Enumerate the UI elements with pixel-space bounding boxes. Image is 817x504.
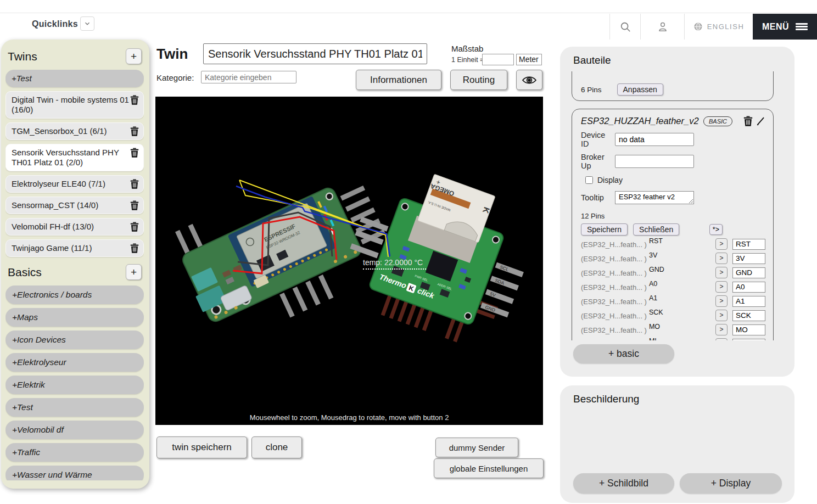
twin-list-item[interactable]: TGM_Sensorbox_01 (6/1): [5, 122, 144, 140]
massstab-unit-select[interactable]: Meter: [516, 54, 542, 65]
anpassen-button[interactable]: Anpassen: [617, 83, 663, 96]
trash-icon: [130, 222, 139, 232]
trash-icon: [130, 95, 139, 105]
bauteile-title: Bauteile: [573, 54, 611, 66]
component-card-esp32: ESP32_HUZZAH_feather_v2 BASIC Device ID …: [572, 109, 774, 340]
sidebar: Twins + +TestDigital Twin - mobile syste…: [1, 40, 149, 489]
display-checkbox-label: Display: [597, 176, 623, 184]
pin-value-input[interactable]: [732, 296, 765, 307]
visibility-button[interactable]: [516, 70, 542, 90]
twin-item-label: Sensormap_CST (14/0): [12, 200, 98, 210]
basics-list-item[interactable]: +Icon Devices: [5, 331, 144, 349]
pin-value-input[interactable]: [732, 282, 765, 293]
tooltip-textarea[interactable]: ESP32 feather v2: [615, 191, 694, 204]
delete-twin-button[interactable]: [130, 243, 139, 255]
pin-map-button[interactable]: >: [715, 238, 728, 250]
twins-section-title: Twins: [8, 50, 37, 63]
language-selector[interactable]: ENGLISH: [684, 14, 753, 40]
twin-list-item[interactable]: Sensormap_CST (14/0): [5, 197, 144, 214]
beschilderung-title: Beschilderung: [573, 393, 639, 405]
search-button[interactable]: [609, 14, 640, 40]
pin-value-input[interactable]: [732, 253, 765, 264]
basics-list-item[interactable]: +Test: [5, 398, 144, 417]
pin-mapping-row: (ESP32_H...feath... )SCK>: [581, 310, 765, 321]
basics-list-item[interactable]: +Maps: [5, 308, 144, 327]
trash-icon: [743, 116, 753, 126]
delete-twin-button[interactable]: [130, 179, 139, 191]
3d-scene: ESPRESSIF ESP32-WROOM-32: [155, 97, 543, 425]
trash-icon: [130, 148, 139, 158]
edit-component-button[interactable]: [756, 116, 765, 126]
speichern-button[interactable]: Speichern: [581, 223, 628, 236]
routing-button[interactable]: Routing: [450, 70, 507, 90]
delete-twin-button[interactable]: [130, 222, 139, 234]
twin-name-input[interactable]: [203, 43, 427, 64]
twin-category-item[interactable]: +Test: [5, 70, 144, 87]
pin-map-button[interactable]: >: [715, 338, 728, 340]
pin-map-button[interactable]: >: [715, 281, 728, 293]
basics-list-item[interactable]: +Elektrolyseur: [5, 353, 144, 372]
add-display-button[interactable]: + Display: [680, 473, 782, 494]
pin-value-input[interactable]: [732, 267, 765, 278]
schliessen-button[interactable]: Schließen: [633, 223, 679, 236]
twin-list-item[interactable]: Velomobil FH-df (13/0): [5, 218, 144, 236]
pin-mapping-row: (ESP32_H...feath... )3V>: [581, 253, 765, 264]
twin-save-button[interactable]: twin speichern: [156, 436, 247, 458]
pin-value-input[interactable]: [732, 310, 765, 321]
user-icon: [657, 21, 669, 33]
pin-map-button[interactable]: >: [715, 253, 728, 264]
site-header: Quicklinks ENGLISH MENÜ: [0, 14, 817, 40]
delete-twin-button[interactable]: [130, 126, 139, 138]
basics-list-item[interactable]: +Electronics / boards: [5, 285, 144, 304]
pin-map-button[interactable]: >: [715, 267, 728, 278]
bauteile-scroll-area[interactable]: 6 Pins Anpassen ESP32_HUZZAH_feather_v2 …: [569, 71, 786, 340]
map-all-pins-button[interactable]: *>: [709, 224, 723, 235]
pin-value-input[interactable]: [732, 324, 765, 335]
3d-viewer-canvas[interactable]: ESPRESSIF ESP32-WROOM-32: [155, 97, 543, 425]
pin-name-label: RST: [649, 237, 663, 245]
user-account-button[interactable]: [640, 14, 684, 40]
pin-mapping-row: (ESP32_H...feath... )GND>: [581, 267, 765, 278]
informationen-button[interactable]: Informationen: [356, 70, 441, 90]
massstab-prefix-label: 1 Einheit =: [451, 56, 484, 64]
basics-list-item[interactable]: +Traffic: [5, 443, 144, 462]
add-basic-button[interactable]: + basic: [573, 344, 674, 363]
twin-list-item[interactable]: Twinjago Game (11/1): [5, 239, 144, 257]
pin-map-button[interactable]: >: [715, 310, 728, 321]
broker-up-input[interactable]: [615, 155, 694, 168]
global-settings-button[interactable]: globale Einstellungen: [434, 458, 544, 478]
bauteile-panel: Bauteile 6 Pins Anpassen ESP32_HUZZAH_fe…: [560, 47, 794, 377]
pin-value-input[interactable]: [732, 339, 765, 341]
delete-twin-button[interactable]: [130, 95, 139, 107]
pin-source-label: (ESP32_H...feath... )SCK: [581, 311, 715, 321]
massstab-value-input[interactable]: [482, 54, 514, 65]
menu-button[interactable]: MENÜ: [753, 14, 817, 40]
add-schildbild-button[interactable]: + Schildbild: [573, 473, 674, 494]
add-basic-category-button[interactable]: +: [126, 264, 142, 280]
pin-map-button[interactable]: >: [715, 324, 728, 335]
clone-button[interactable]: clone: [251, 436, 302, 458]
chevron-down-icon: [83, 20, 91, 27]
device-id-input[interactable]: [615, 133, 694, 146]
twin-list-item[interactable]: Elektrolyseur ELE40 (7/1): [5, 175, 144, 193]
twin-list-item[interactable]: Sensorik Versuchsstand PHY TH01 Platz 01…: [5, 144, 144, 171]
pin-source-label: (ESP32_H...feath... )MO: [581, 325, 715, 335]
display-checkbox[interactable]: [585, 176, 593, 184]
add-twin-button[interactable]: +: [126, 48, 142, 64]
dummy-sender-button[interactable]: dummy Sender: [435, 438, 518, 457]
basics-list-item[interactable]: +Velomobil df: [5, 421, 144, 439]
kategorie-input[interactable]: [201, 71, 296, 83]
trash-icon: [130, 200, 139, 210]
twins-list: +TestDigital Twin - mobile systems 01 (1…: [5, 70, 144, 261]
twin-item-label: Elektrolyseur ELE40 (7/1): [12, 179, 105, 188]
twin-list-item[interactable]: Digital Twin - mobile systems 01 (16/0): [5, 91, 144, 119]
delete-component-button[interactable]: [743, 116, 753, 126]
basics-list-item[interactable]: +Wasser und Wärme: [5, 466, 144, 480]
pin-map-button[interactable]: >: [715, 295, 728, 307]
delete-twin-button[interactable]: [130, 200, 139, 212]
quicklinks-dropdown-button[interactable]: [80, 16, 94, 31]
delete-twin-button[interactable]: [130, 148, 139, 160]
pin-value-input[interactable]: [732, 239, 765, 250]
pin-name-label: A1: [649, 294, 657, 302]
basics-list-item[interactable]: +Elektrik: [5, 376, 144, 394]
